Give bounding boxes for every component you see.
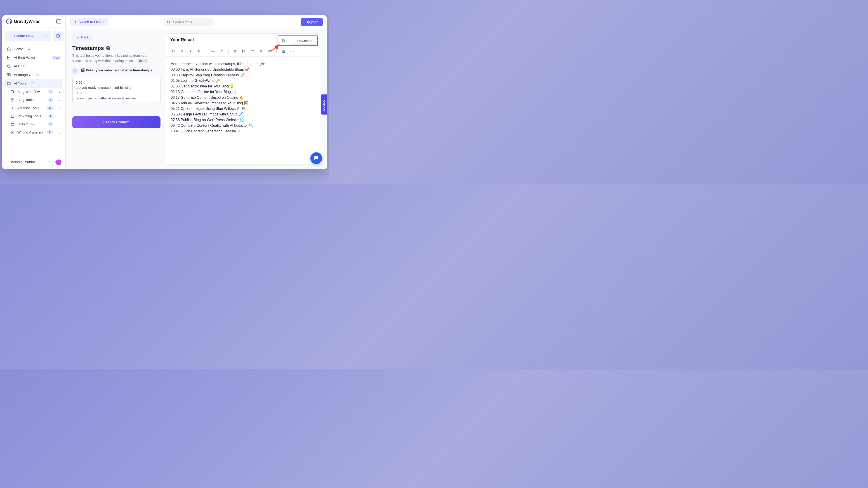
nav-label: Blog Tools xyxy=(18,98,33,102)
tool-desc-text: This tool helps you to identify key poin… xyxy=(72,54,148,63)
workflow-icon xyxy=(10,90,15,94)
app-window: GravityWrite ＋ Create New › Home ⌄ AI Bl… xyxy=(2,15,327,169)
result-line: 00:00 Intro: AI-Generated Undetectable B… xyxy=(170,67,315,72)
ordered-list-button[interactable]: 123 xyxy=(240,48,248,55)
nav-label: Blog Workflow xyxy=(18,90,40,94)
image-icon xyxy=(6,73,11,77)
svg-rect-17 xyxy=(11,123,14,125)
bullet-list-button[interactable] xyxy=(232,48,239,55)
sidebar: GravityWrite ＋ Create New › Home ⌄ AI Bl… xyxy=(2,15,66,169)
nav-youtube-tools[interactable]: Youtube Tools17⌄ xyxy=(8,104,63,112)
logo-mark-icon xyxy=(6,19,12,24)
svg-point-29 xyxy=(234,52,235,53)
count-badge: 4 xyxy=(48,114,53,118)
create-content-button[interactable]: Create Content xyxy=(72,116,160,128)
heading-button[interactable]: H xyxy=(170,48,177,55)
chevron-down-icon: ⌄ xyxy=(58,106,61,110)
svg-point-27 xyxy=(234,51,235,52)
nav-ai-tools[interactable]: AI Tools ⌃ xyxy=(4,79,63,88)
tool-description: This tool helps you to identify key poin… xyxy=(72,53,160,63)
chevron-up-icon: ⌃ xyxy=(47,160,50,164)
arrow-left-icon: ← xyxy=(76,35,79,39)
nav-label: Home xyxy=(14,47,23,51)
more-button[interactable]: ⋯ xyxy=(288,48,296,55)
nav-home[interactable]: Home ⌄ xyxy=(4,45,63,53)
nav-rewriting-tools[interactable]: Rewriting Tools4⌄ xyxy=(8,112,63,120)
italic-button[interactable]: I xyxy=(187,48,194,55)
chevron-up-icon: ⌃ xyxy=(31,81,34,86)
count-badge: 8 xyxy=(48,122,53,126)
nav-label: AI Image Generator xyxy=(14,73,44,77)
nav-blog-writer[interactable]: AI Blog Writer New xyxy=(4,53,63,62)
count-badge: 17 xyxy=(47,106,53,110)
svg-text:3: 3 xyxy=(242,52,243,53)
nav-ai-chat[interactable]: AI Chat xyxy=(4,62,63,70)
svg-rect-9 xyxy=(11,90,13,93)
brand-logo[interactable]: GravityWrite xyxy=(6,19,39,24)
outdent-button[interactable] xyxy=(266,48,273,55)
checklist-button[interactable] xyxy=(249,48,256,55)
info-icon[interactable]: ? xyxy=(106,46,110,50)
download-label: Download xyxy=(297,39,312,43)
download-icon xyxy=(292,39,296,43)
more-button[interactable]: more xyxy=(137,59,148,63)
tool-title-text: Timestamps xyxy=(72,45,104,51)
nav-image-gen[interactable]: AI Image Generator xyxy=(4,70,63,79)
nav-blog-workflow[interactable]: Blog Workflow4⌄ xyxy=(8,88,63,96)
result-line: 09:42 Compare Content Quality with AI De… xyxy=(170,123,315,129)
feedback-tab[interactable]: Feedback xyxy=(321,94,327,115)
bold-button[interactable]: B xyxy=(178,48,186,55)
quote-button[interactable]: ❝ xyxy=(218,48,225,55)
svg-point-4 xyxy=(8,66,8,66)
result-header: Your Result Download xyxy=(165,34,320,46)
chevron-right-icon: › xyxy=(46,34,47,38)
tools-icon xyxy=(6,81,11,86)
result-line: 02:13 Create an Outline for Your Blog 📊 xyxy=(170,89,315,95)
switch-ui-label: Switch to Old UI xyxy=(79,20,104,24)
svg-rect-15 xyxy=(11,115,13,117)
svg-rect-24 xyxy=(283,40,285,42)
nav-blog-tools[interactable]: Blog Tools8⌄ xyxy=(8,96,63,104)
svg-point-3 xyxy=(7,65,10,68)
copy-button[interactable] xyxy=(280,37,287,44)
plus-icon: ＋ xyxy=(8,34,12,38)
nav-label: AI Blog Writer xyxy=(14,56,35,60)
chat-fab[interactable] xyxy=(310,152,322,164)
home-icon xyxy=(6,47,11,51)
nav-writing-assistant[interactable]: Writing Assistant24⌄ xyxy=(8,128,63,136)
nav-label: Youtube Tools xyxy=(18,106,39,110)
toggle-sidebar-icon[interactable] xyxy=(56,20,61,24)
count-badge: 4 xyxy=(48,90,53,94)
user-row: Chandra Prabha ⌃ xyxy=(2,155,65,169)
create-new-label: Create New xyxy=(14,34,33,38)
result-panel: Your Result Download H B I S xyxy=(165,33,320,164)
logo-row: GravityWrite xyxy=(2,15,65,28)
ai-tools-subitems: Blog Workflow4⌄ Blog Tools8⌄ Youtube Too… xyxy=(4,88,63,136)
nav-seo-tools[interactable]: SEO Tools8⌄ xyxy=(8,120,63,128)
result-body[interactable]: Here are the key points with timestamps,… xyxy=(165,57,320,138)
result-line: 01:05 Login to GravityWrite 🔑 xyxy=(170,78,315,84)
result-title: Your Result xyxy=(170,37,194,42)
user-avatar[interactable] xyxy=(55,159,62,165)
create-new-button[interactable]: ＋ Create New › xyxy=(5,31,51,41)
chat-icon xyxy=(6,64,11,68)
youtube-icon xyxy=(10,106,15,110)
copy-icon xyxy=(281,39,285,43)
hr-button[interactable]: — xyxy=(209,48,217,55)
upgrade-button[interactable]: Upgrade xyxy=(301,18,323,26)
strike-button[interactable]: S xyxy=(195,48,203,55)
download-highlight: Download xyxy=(278,35,318,46)
table-button[interactable] xyxy=(280,48,287,55)
script-textarea[interactable]: 0:00 are you ready to create mind-blowin… xyxy=(72,77,160,103)
chevron-down-icon: ⌄ xyxy=(58,130,61,134)
download-button[interactable]: Download xyxy=(289,37,316,44)
search-input[interactable] xyxy=(164,18,214,26)
history-button[interactable] xyxy=(53,31,63,41)
back-button[interactable]: ← Back xyxy=(72,33,92,41)
topbar: ✦ Switch to Old UI Upgrade xyxy=(66,15,327,29)
indent-button[interactable] xyxy=(257,48,265,55)
switch-ui-button[interactable]: ✦ Switch to Old UI xyxy=(70,18,108,26)
nav-list: Home ⌄ AI Blog Writer New AI Chat AI Ima… xyxy=(2,44,65,155)
chat-icon xyxy=(313,156,319,161)
user-menu[interactable]: Chandra Prabha ⌃ xyxy=(6,158,53,166)
